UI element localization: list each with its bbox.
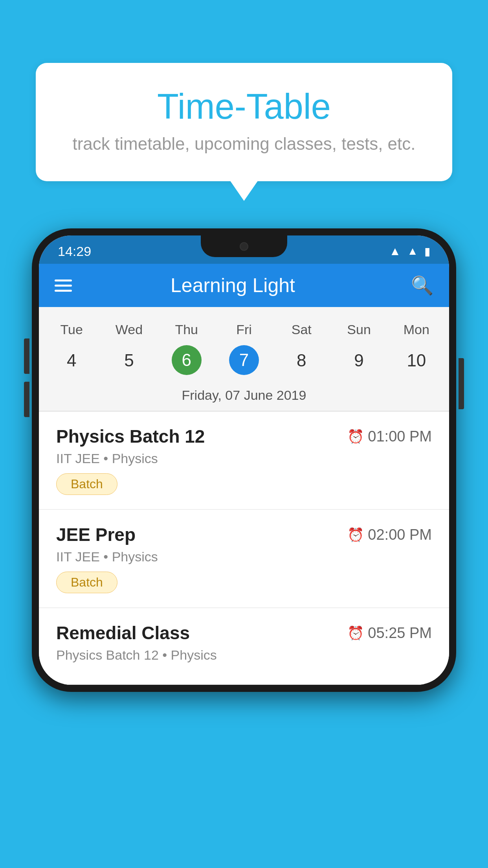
- day-7-selected[interactable]: 7: [229, 345, 259, 375]
- schedule-title-1: Physics Batch 12: [56, 426, 205, 447]
- schedule-list: Physics Batch 12 ⏰ 01:00 PM IIT JEE • Ph…: [39, 412, 449, 685]
- schedule-item-header-1: Physics Batch 12 ⏰ 01:00 PM: [56, 426, 432, 447]
- wifi-icon: ▲: [389, 245, 401, 258]
- schedule-time-1: ⏰ 01:00 PM: [347, 428, 432, 445]
- menu-icon[interactable]: [55, 280, 72, 292]
- status-icons: ▲ ▲ ▮: [389, 245, 430, 258]
- day-5[interactable]: 5: [100, 345, 158, 376]
- phone-wrapper: 14:29 ▲ ▲ ▮ Learning Light 🔍: [32, 228, 456, 692]
- power-button: [459, 358, 464, 409]
- day-name-thu[interactable]: Thu: [158, 318, 215, 341]
- schedule-time-3: ⏰ 05:25 PM: [347, 625, 432, 642]
- day-10[interactable]: 10: [388, 345, 445, 376]
- search-icon[interactable]: 🔍: [411, 275, 433, 296]
- schedule-item-header-3: Remedial Class ⏰ 05:25 PM: [56, 622, 432, 644]
- schedule-subtitle-2: IIT JEE • Physics: [56, 549, 432, 565]
- day-name-mon[interactable]: Mon: [388, 318, 445, 341]
- day-name-sun[interactable]: Sun: [330, 318, 387, 341]
- selected-date-label: Friday, 07 June 2019: [39, 384, 449, 411]
- day-8[interactable]: 8: [273, 345, 330, 376]
- vol-up-button: [24, 338, 29, 374]
- day-name-sat[interactable]: Sat: [273, 318, 330, 341]
- camera: [240, 242, 248, 251]
- clock-icon-3: ⏰: [347, 625, 364, 641]
- clock-icon-1: ⏰: [347, 428, 364, 444]
- clock-icon-2: ⏰: [347, 527, 364, 542]
- speech-bubble: Time-Table track timetable, upcoming cla…: [36, 63, 452, 181]
- bubble-subtitle: track timetable, upcoming classes, tests…: [67, 134, 421, 154]
- bubble-title: Time-Table: [67, 86, 421, 127]
- day-4[interactable]: 4: [43, 345, 100, 376]
- app-header: Learning Light 🔍: [39, 264, 449, 307]
- phone-screen: 14:29 ▲ ▲ ▮ Learning Light 🔍: [39, 235, 449, 685]
- batch-tag-1[interactable]: Batch: [56, 473, 117, 495]
- schedule-title-3: Remedial Class: [56, 622, 190, 644]
- day-numbers-row: 4 5 6 7 8 9 10: [39, 341, 449, 384]
- schedule-item-2[interactable]: JEE Prep ⏰ 02:00 PM IIT JEE • Physics Ba…: [39, 510, 449, 608]
- schedule-item-3[interactable]: Remedial Class ⏰ 05:25 PM Physics Batch …: [39, 608, 449, 685]
- phone-outer: 14:29 ▲ ▲ ▮ Learning Light 🔍: [32, 228, 456, 692]
- day-9[interactable]: 9: [330, 345, 387, 376]
- day-names-row: Tue Wed Thu Fri Sat Sun Mon: [39, 318, 449, 341]
- schedule-subtitle-1: IIT JEE • Physics: [56, 451, 432, 466]
- day-name-wed[interactable]: Wed: [100, 318, 158, 341]
- day-name-tue[interactable]: Tue: [43, 318, 100, 341]
- schedule-item-header-2: JEE Prep ⏰ 02:00 PM: [56, 524, 432, 545]
- signal-icon: ▲: [407, 245, 418, 257]
- notch: [201, 235, 287, 257]
- vol-down-button: [24, 382, 29, 417]
- schedule-title-2: JEE Prep: [56, 524, 136, 545]
- schedule-time-2: ⏰ 02:00 PM: [347, 526, 432, 543]
- calendar: Tue Wed Thu Fri Sat Sun Mon 4 5 6 7 8 9 …: [39, 307, 449, 411]
- schedule-subtitle-3: Physics Batch 12 • Physics: [56, 647, 432, 663]
- app-title: Learning Light: [72, 274, 394, 297]
- batch-tag-2[interactable]: Batch: [56, 572, 117, 593]
- battery-icon: ▮: [424, 245, 430, 258]
- schedule-time-label-1: 01:00 PM: [368, 428, 432, 445]
- day-6-today[interactable]: 6: [172, 345, 202, 375]
- schedule-time-label-2: 02:00 PM: [368, 526, 432, 543]
- schedule-item-1[interactable]: Physics Batch 12 ⏰ 01:00 PM IIT JEE • Ph…: [39, 412, 449, 510]
- status-time: 14:29: [58, 244, 91, 259]
- day-name-fri[interactable]: Fri: [215, 318, 273, 341]
- schedule-time-label-3: 05:25 PM: [368, 625, 432, 642]
